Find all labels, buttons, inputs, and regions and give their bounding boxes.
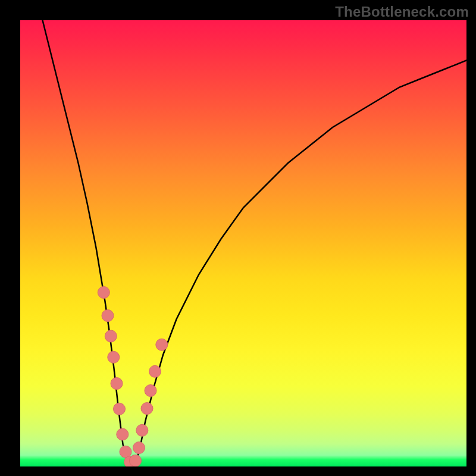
- watermark-text: TheBottleneck.com: [335, 4, 469, 20]
- data-marker: [114, 403, 126, 415]
- data-marker: [130, 455, 142, 466]
- data-marker: [133, 442, 145, 454]
- data-marker: [117, 428, 129, 440]
- data-marker: [149, 365, 161, 377]
- curve-layer: [20, 20, 466, 466]
- data-marker: [98, 287, 109, 299]
- data-marker: [108, 351, 120, 363]
- data-marker: [156, 339, 168, 350]
- data-marker: [145, 385, 156, 397]
- data-marker: [102, 310, 114, 322]
- marker-group: [98, 287, 167, 467]
- data-marker: [105, 330, 117, 342]
- data-marker: [111, 378, 123, 390]
- data-marker: [141, 403, 153, 415]
- data-marker: [136, 424, 148, 436]
- plot-area: [20, 20, 466, 466]
- chart-frame: TheBottleneck.com: [0, 0, 476, 476]
- bottleneck-curve: [43, 20, 467, 466]
